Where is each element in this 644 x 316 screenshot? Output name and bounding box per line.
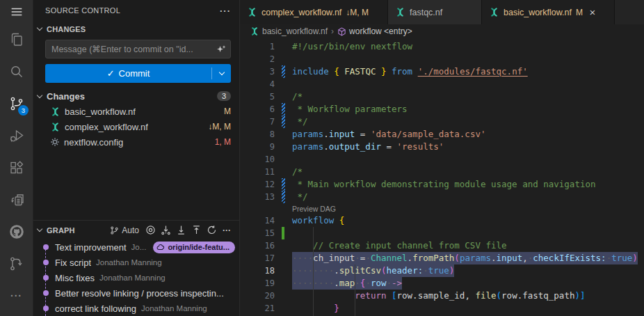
git-status-badge: M [224, 106, 231, 116]
file-name: complex_workflow.nf [65, 122, 148, 132]
code-editor[interactable]: 1 #!/usr/bin/env nextflow 2 3 include { … [240, 38, 644, 316]
breadcrumb-symbol[interactable]: workflow <entry> [337, 26, 412, 36]
auto-branch-button[interactable]: Auto [110, 226, 139, 235]
source-control-icon[interactable]: 3 [0, 88, 33, 120]
code-line[interactable]: 13 */ [240, 191, 644, 203]
code-line[interactable]: 5 /* [240, 90, 644, 103]
line-number: 5 [240, 90, 275, 103]
code-line[interactable]: 3 include { FASTQC } from './modules/fas… [240, 65, 644, 78]
code-line[interactable]: 21 } [240, 302, 644, 315]
commit-row[interactable]: Fix script Jonathan Manning [33, 255, 239, 270]
code-line-content: /* [292, 90, 303, 103]
line-number: 14 [240, 214, 275, 227]
code-line[interactable]: 10 [240, 153, 644, 166]
graph-header[interactable]: GRAPH Auto [33, 221, 239, 239]
codelens-preview-dag[interactable]: Preview DAG [240, 203, 644, 214]
github-icon[interactable] [0, 216, 33, 248]
pull-request-icon[interactable] [0, 248, 33, 280]
commit-row[interactable]: Misc fixes Jonathan Manning [33, 270, 239, 285]
code-line[interactable]: 4 [240, 78, 644, 90]
line-number: 21 [240, 302, 275, 315]
code-line-content: // Create input channel from CSV file [292, 239, 507, 252]
code-line-content: params.input = 'data/sample_data.csv' [292, 128, 485, 141]
auto-label: Auto [122, 226, 139, 235]
code-line[interactable]: 16 // Create input channel from CSV file [240, 239, 644, 252]
commit-dropdown-button[interactable] [212, 72, 231, 74]
commit-dot-icon [43, 306, 49, 311]
line-number: 16 [240, 239, 275, 252]
source-control-sidebar: SOURCE CONTROL ··· CHANGES Message (⌘Ent… [33, 0, 240, 316]
code-line[interactable]: 20 return [row.sample_id, file(row.fastq… [240, 290, 644, 302]
code-line-content: ········.map·{·row·-> [292, 277, 402, 290]
editor-tab[interactable]: basic_workflow.nf M × [482, 0, 615, 24]
code-line[interactable]: 9 params.output_dir = 'results' [240, 141, 644, 153]
branch-ref-pill[interactable]: origin/ide-featu... [153, 242, 235, 253]
code-line[interactable]: 6 * Workflow parameters [240, 103, 644, 116]
commit-row[interactable]: Text improvement Jo... origin/ide-featu.… [33, 239, 239, 255]
changed-file-row[interactable]: nextflow.config 1, M [33, 134, 239, 150]
line-number: 2 [240, 53, 275, 65]
code-line[interactable]: 12 * Main workflow demonstrating module … [240, 178, 644, 191]
sparkle-ai-icon[interactable] [216, 44, 227, 58]
code-line-content: workflow { [292, 214, 344, 227]
code-line-content: * Main workflow demonstrating module usa… [292, 178, 596, 191]
commit-button[interactable]: ✓ Commit [45, 64, 231, 83]
extensions-icon[interactable] [0, 152, 33, 184]
gutter-indicator [275, 239, 292, 252]
chevron-down-icon [37, 92, 42, 97]
code-line-content: return [row.sample_id, file(row.fastq_pa… [292, 290, 586, 302]
pull-icon[interactable] [174, 223, 188, 237]
code-line[interactable]: 2 [240, 53, 644, 65]
line-number: 10 [240, 153, 275, 166]
push-icon[interactable] [189, 223, 203, 237]
changes-tree-header[interactable]: Changes 3 [33, 88, 239, 104]
close-icon[interactable]: × [587, 6, 598, 18]
explorer-icon[interactable] [0, 24, 33, 56]
tab-label: basic_workflow.nf [504, 8, 572, 17]
editor-tab[interactable]: complex_workflow.nf ↓M, M [240, 0, 388, 24]
menu-icon[interactable] [0, 0, 33, 24]
gutter-indicator [275, 227, 292, 239]
gutter-indicator [275, 178, 292, 191]
code-line[interactable]: 7 */ [240, 116, 644, 128]
breadcrumb-file[interactable]: basic_workflow.nf [250, 26, 328, 36]
commit-row[interactable]: correct link following Jonathan Manning [33, 301, 239, 316]
changed-file-row[interactable]: complex_workflow.nf ↓M, M [33, 119, 239, 134]
commit-row[interactable]: Better resolve linking / process inspect… [33, 285, 239, 301]
code-line[interactable]: 11 /* [240, 166, 644, 178]
commit-message-input[interactable]: Message (⌘Enter to commit on "id... [45, 40, 231, 58]
code-line[interactable]: 1 #!/usr/bin/env nextflow [240, 40, 644, 53]
line-number: 4 [240, 78, 275, 90]
git-status-badge: 1, M [215, 137, 231, 147]
commit-message: Better resolve linking / process inspect… [55, 288, 224, 299]
run-debug-icon[interactable] [0, 120, 33, 152]
gear-file-icon [50, 137, 60, 147]
code-line[interactable]: 8 params.input = 'data/sample_data.csv' [240, 128, 644, 141]
fetch-icon[interactable] [159, 223, 172, 237]
indent-guide [355, 264, 355, 316]
more-icon[interactable]: ··· [0, 280, 33, 312]
code-line[interactable]: 18 ········.splitCsv(header:·true) [240, 264, 644, 277]
sidebar-title: SOURCE CONTROL [45, 6, 120, 15]
code-line[interactable]: 15 [240, 227, 644, 239]
editor-tab[interactable]: fastqc.nf [388, 0, 482, 24]
code-line[interactable]: 17 ····ch_input·=·Channel.fromPath(param… [240, 252, 644, 264]
nextflow-file-icon [247, 7, 257, 17]
refresh-icon[interactable] [204, 223, 218, 237]
code-line[interactable]: 19 ········.map·{·row·-> [240, 277, 644, 290]
nextflow-file-icon [395, 7, 405, 17]
graph-section: GRAPH Auto [33, 220, 239, 316]
references-icon[interactable] [0, 184, 33, 216]
sidebar-more-button[interactable]: ··· [220, 6, 231, 16]
changes-section-label: CHANGES [47, 25, 86, 33]
nextflow-file-icon [50, 106, 61, 117]
changes-section-header[interactable]: CHANGES [33, 21, 239, 37]
graph-more-button[interactable]: ··· [220, 223, 234, 237]
target-icon[interactable] [143, 223, 157, 237]
file-name: nextflow.config [64, 137, 123, 148]
search-icon[interactable] [0, 56, 33, 88]
gutter-indicator [275, 166, 292, 178]
tab-label: complex_workflow.nf [261, 8, 341, 17]
code-line[interactable]: 14 workflow { [240, 214, 644, 227]
changed-file-row[interactable]: basic_workflow.nf M [33, 104, 239, 119]
